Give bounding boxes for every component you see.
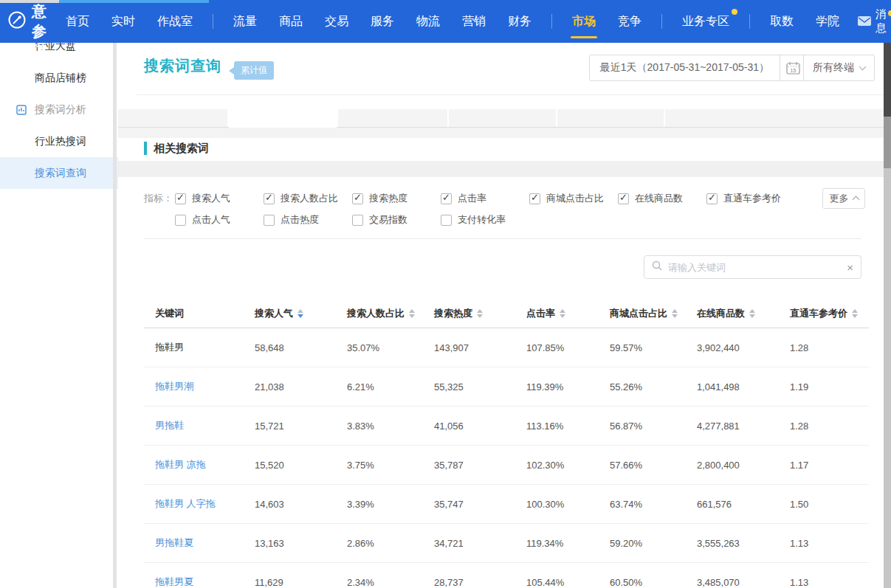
checkbox-icon[interactable] <box>175 215 186 226</box>
app-screen: 生意参谋 首页 实时 作战室 <box>0 0 891 588</box>
sort-icon[interactable] <box>297 309 303 318</box>
metric-label: 直通车参考价 <box>723 192 781 205</box>
checkbox-icon[interactable] <box>618 193 629 204</box>
nav-item-label: 作战室 <box>157 14 193 30</box>
keyword-cell[interactable]: 拖鞋男 凉拖 <box>155 459 206 470</box>
sort-icon[interactable] <box>560 309 565 318</box>
search-popularity-cell: 15,721 <box>255 421 347 432</box>
metric-checkbox[interactable]: 在线商品数 <box>618 192 706 205</box>
checkbox-icon[interactable] <box>352 215 363 226</box>
table-column-header[interactable]: 在线商品数 <box>697 307 790 320</box>
checkbox-icon[interactable] <box>441 215 452 226</box>
table-header-row: 关键词 搜索人气 搜索人数占比 搜索热度 <box>144 299 869 328</box>
nav-item[interactable]: 学院 <box>805 0 850 43</box>
nav-item[interactable]: 流量 <box>222 0 268 43</box>
content-tab-active[interactable] <box>229 109 338 127</box>
nav-item[interactable]: 服务 <box>360 0 405 43</box>
ztc-reference-price-cell: 1.28 <box>790 342 869 353</box>
sort-icon[interactable] <box>477 309 483 318</box>
nav-item[interactable]: 市场 <box>561 0 607 43</box>
nav-item[interactable]: 首页 <box>55 0 100 43</box>
column-label: 搜索热度 <box>434 307 472 320</box>
nav-item[interactable]: 取数 <box>759 0 805 43</box>
checkbox-icon[interactable] <box>529 193 540 204</box>
vertical-scrollbar[interactable] <box>884 43 891 588</box>
content-tab[interactable] <box>449 109 557 127</box>
nav-item[interactable]: 财务 <box>497 0 543 43</box>
metric-checkbox[interactable]: 商城点击占比 <box>529 192 618 205</box>
nav-item-label: 交易 <box>325 14 348 30</box>
table-column-header[interactable]: 搜索人数占比 <box>347 307 434 320</box>
metric-checkbox[interactable]: 直通车参考价 <box>706 192 795 205</box>
brand[interactable]: 生意参谋 <box>0 0 47 61</box>
nav-item[interactable]: 实时 <box>100 0 146 43</box>
checkbox-icon[interactable] <box>441 193 452 204</box>
metric-checkbox[interactable]: 点击率 <box>441 192 529 205</box>
metric-checkbox[interactable]: 点击人气 <box>175 213 264 226</box>
table-column-header[interactable]: 搜索人气 <box>255 307 347 320</box>
keyword-cell[interactable]: 拖鞋男夏 <box>155 576 193 587</box>
metric-checkbox[interactable]: 搜索热度 <box>352 192 441 205</box>
table-column-header[interactable]: 关键词 <box>144 307 255 320</box>
nav-item[interactable]: 交易 <box>314 0 360 43</box>
sidebar-item[interactable]: 搜索词分析 <box>0 94 118 125</box>
table-column-header[interactable]: 点击率 <box>526 307 610 320</box>
messages-button[interactable]: 消息 <box>850 0 891 43</box>
nav-item[interactable]: 营销 <box>451 0 497 43</box>
keyword-cell[interactable]: 拖鞋男潮 <box>155 381 193 392</box>
sort-icon[interactable] <box>852 309 858 318</box>
sidebar-item[interactable]: 搜索词查询 <box>0 157 118 189</box>
metric-checkbox[interactable]: 搜索人数占比 <box>264 192 352 205</box>
metric-checkbox[interactable]: 搜索人气 <box>175 192 264 205</box>
content-tab[interactable] <box>557 109 665 127</box>
more-button[interactable]: 更多 <box>822 188 865 209</box>
online-products-cell: 1,041,498 <box>697 381 790 392</box>
scrollbar-thumb[interactable] <box>884 43 891 117</box>
table-column-header[interactable]: 商城点击占比 <box>610 307 697 320</box>
column-label: 点击率 <box>526 307 555 320</box>
keyword-cell[interactable]: 拖鞋男 人字拖 <box>155 498 216 509</box>
sort-icon[interactable] <box>409 309 415 318</box>
terminal-dropdown[interactable]: 所有终端 <box>803 55 875 81</box>
brand-name: 生意参谋 <box>32 0 47 61</box>
sidebar-item[interactable]: 商品店铺榜 <box>0 62 118 94</box>
checkbox-icon[interactable] <box>706 193 718 204</box>
metric-checkbox[interactable]: 支付转化率 <box>441 213 529 226</box>
search-input[interactable] <box>668 262 841 273</box>
search-popularity-cell: 15,520 <box>255 460 347 471</box>
calendar-button[interactable]: 15 <box>780 55 806 80</box>
online-products-cell: 661,576 <box>697 499 790 510</box>
checkbox-icon[interactable] <box>175 193 186 204</box>
nav-item[interactable]: 业务专区 <box>671 0 740 43</box>
nav-item[interactable]: 物流 <box>405 0 451 43</box>
nav-item[interactable]: 作战室 <box>146 0 204 43</box>
checkbox-icon[interactable] <box>264 193 275 204</box>
clear-search-icon[interactable]: × <box>847 262 853 273</box>
checkbox-icon[interactable] <box>264 215 275 226</box>
click-rate-cell: 107.85% <box>526 342 610 353</box>
sort-icon[interactable] <box>749 309 755 318</box>
keyword-cell[interactable]: 拖鞋男 <box>155 342 184 353</box>
keyword-cell[interactable]: 男拖鞋 <box>155 420 184 431</box>
metric-label: 搜索人数占比 <box>281 192 338 205</box>
metric-checkbox[interactable]: 点击热度 <box>264 213 352 226</box>
sort-icon[interactable] <box>672 309 678 318</box>
notification-dot-icon <box>732 9 737 15</box>
table-column-header[interactable]: 直通车参考价 <box>790 307 869 320</box>
strip-lightblue <box>59 0 209 3</box>
content-tab[interactable] <box>338 109 449 127</box>
table-column-header[interactable]: 搜索热度 <box>434 307 526 320</box>
sidebar-item[interactable]: 行业热搜词 <box>0 125 118 157</box>
metric-checkbox[interactable]: 交易指数 <box>352 213 441 226</box>
online-products-cell: 4,277,881 <box>697 421 790 432</box>
content-tab[interactable] <box>665 109 884 127</box>
header-divider <box>137 94 884 95</box>
sidebar-scrollbar[interactable] <box>113 43 117 588</box>
checkbox-icon[interactable] <box>352 193 363 204</box>
keyword-cell[interactable]: 男拖鞋夏 <box>155 537 193 548</box>
nav-item[interactable]: 竞争 <box>607 0 653 43</box>
metric-label: 商城点击占比 <box>546 192 604 205</box>
nav-item[interactable]: 商品 <box>268 0 314 43</box>
content-tab[interactable] <box>118 109 229 127</box>
date-range-picker[interactable]: 最近1天（2017-05-31~2017-05-31） 15 <box>589 55 807 81</box>
